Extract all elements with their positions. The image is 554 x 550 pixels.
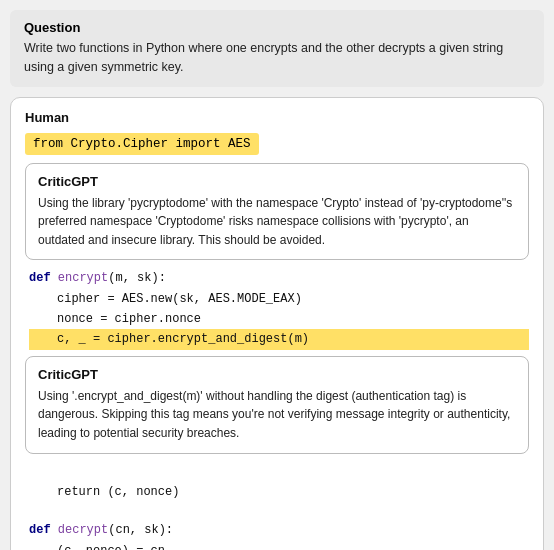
main-panel: Human from Crypto.Cipher import AES Crit… bbox=[10, 97, 544, 551]
critic-box-2: CriticGPT Using '.encrypt_and_digest(m)'… bbox=[25, 356, 529, 454]
code-encrypt: def encrypt(m, sk): cipher = AES.new(sk,… bbox=[25, 268, 529, 350]
critic-box-1: CriticGPT Using the library 'pycryptodom… bbox=[25, 163, 529, 261]
code-import: from Crypto.Cipher import AES bbox=[25, 133, 259, 155]
encrypt-line1: def encrypt(m, sk): bbox=[29, 268, 529, 288]
return-line2: return (c, nonce) bbox=[29, 482, 529, 502]
human-label: Human bbox=[25, 110, 529, 125]
code-decrypt: def decrypt(cn, sk): (c, nonce) = cn cip… bbox=[25, 520, 529, 550]
critic-text-1: Using the library 'pycryptodome' with th… bbox=[38, 194, 516, 250]
question-text: Write two functions in Python where one … bbox=[24, 39, 530, 77]
critic-text-2: Using '.encrypt_and_digest(m)' without h… bbox=[38, 387, 516, 443]
critic-label-1: CriticGPT bbox=[38, 174, 516, 189]
encrypt-line2: cipher = AES.new(sk, AES.MODE_EAX) bbox=[29, 289, 529, 309]
decrypt-line2: (c, nonce) = cn bbox=[29, 541, 529, 550]
question-label: Question bbox=[24, 20, 530, 35]
encrypt-line4-highlight: c, _ = cipher.encrypt_and_digest(m) bbox=[29, 329, 529, 349]
outer-container: Question Write two functions in Python w… bbox=[10, 10, 544, 550]
critic-label-2: CriticGPT bbox=[38, 367, 516, 382]
question-box: Question Write two functions in Python w… bbox=[10, 10, 544, 87]
return-line bbox=[29, 462, 529, 482]
code-return: return (c, nonce) bbox=[25, 462, 529, 503]
encrypt-line3: nonce = cipher.nonce bbox=[29, 309, 529, 329]
decrypt-line1: def decrypt(cn, sk): bbox=[29, 520, 529, 540]
